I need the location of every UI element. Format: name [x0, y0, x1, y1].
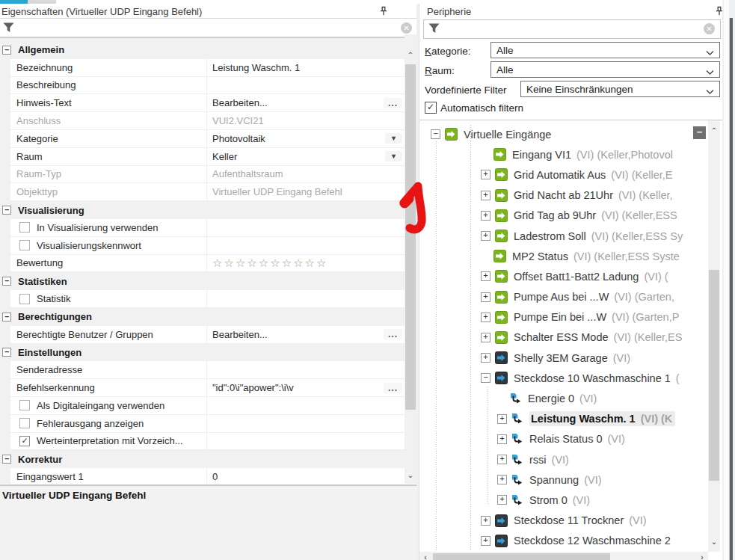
section-header[interactable]: −Korrektur [0, 450, 405, 468]
tree-item[interactable]: +Pumpe Aus bei ...W(VI) (Garten, [419, 287, 708, 307]
property-row[interactable]: Eingangswert 10 [10, 468, 405, 484]
checkbox[interactable] [19, 294, 30, 304]
property-row[interactable]: Fehlerausgang anzeigen [10, 415, 405, 433]
section-header[interactable]: −Berechtigungen [0, 308, 405, 326]
periphery-filter-bar[interactable]: ✕ [423, 19, 721, 39]
property-value[interactable]: 0 [207, 468, 405, 484]
tree-item[interactable]: Eingang VI1(VI) (Keller,Photovol [419, 144, 708, 164]
property-row[interactable]: RaumKeller▼ [10, 148, 405, 166]
tree-item[interactable]: +Grid Automatik Aus(VI) (Keller,E [419, 164, 708, 185]
property-row[interactable]: Raum-TypAufenthaltsraum [10, 166, 405, 184]
tree-item[interactable]: +Schalter ESS Mode(VI) (Keller,ES [419, 327, 708, 348]
collapse-all-button[interactable]: − [693, 126, 706, 139]
expander-icon[interactable]: − [431, 129, 440, 139]
property-value[interactable]: Aufenthaltsraum [207, 166, 405, 183]
expander-icon[interactable]: + [481, 170, 490, 179]
property-row[interactable]: Als Digitaleingang verwenden [10, 397, 405, 415]
tree-item[interactable]: +Relais Status 0(VI) [419, 429, 708, 449]
scroll-up-button[interactable]: ⌃ [405, 51, 416, 59]
property-value[interactable] [207, 397, 405, 414]
property-value[interactable]: Virtueller UDP Eingang Befehl [207, 183, 405, 200]
expander-icon[interactable]: + [497, 475, 507, 484]
scrollbar-thumb[interactable] [405, 64, 416, 410]
property-value[interactable] [207, 219, 405, 236]
tree-item[interactable]: MP2 Status(VI) (Keller,ESS Syste [419, 246, 708, 266]
tree-item[interactable]: −Virtuelle Eingänge [419, 124, 708, 144]
dropdown-button[interactable]: ▼ [385, 133, 402, 144]
expander-icon[interactable]: + [497, 455, 507, 464]
property-row[interactable]: Bewertung☆☆☆☆☆☆☆☆☆☆ [10, 255, 405, 273]
tree-item[interactable]: +Strom 0(VI) [419, 490, 708, 510]
property-row[interactable]: ObjekttypVirtueller UDP Eingang Befehl [10, 183, 405, 201]
property-row[interactable]: In Visualisierung verwenden [10, 219, 405, 237]
property-row[interactable]: Visualisierungskennwort [10, 237, 405, 255]
clear-filter-icon[interactable]: ✕ [401, 22, 412, 34]
collapse-icon[interactable]: − [2, 455, 11, 464]
tree-item[interactable]: +Offset Batt1-Batt2 Ladung(VI) ( [419, 266, 708, 286]
tree-item[interactable]: +Steckdose 11 Trockner(VI) [419, 511, 708, 531]
ellipsis-button[interactable]: ... [384, 383, 402, 393]
ellipsis-button[interactable]: ... [384, 98, 402, 108]
expander-icon[interactable]: + [481, 231, 490, 241]
expander-icon[interactable]: + [481, 353, 490, 363]
collapse-icon[interactable]: − [2, 46, 11, 55]
property-value[interactable]: VUI2.VCI21 [207, 112, 405, 129]
tree-item[interactable]: −Steckdose 10 Waschmaschine 1( [419, 368, 708, 388]
expander-icon[interactable]: + [481, 191, 490, 200]
expander-icon[interactable]: + [481, 313, 490, 322]
tree-horizontal-scrollbar[interactable]: ‹ › [419, 552, 708, 560]
tree-item[interactable]: +Grid Tag ab 9Uhr(VI) (Keller,ESS [419, 206, 708, 226]
property-row[interactable]: Statistik [10, 290, 405, 308]
scrollbar-thumb[interactable] [709, 270, 719, 481]
expander-icon[interactable]: + [481, 292, 490, 302]
collapse-icon[interactable]: − [2, 313, 11, 321]
rating-stars[interactable]: ☆☆☆☆☆☆☆☆☆☆ [212, 257, 327, 268]
tree-item[interactable]: +Pumpe Ein bei ...W(VI) (Garten,P [419, 307, 708, 327]
property-row[interactable]: Beschreibung [10, 77, 405, 95]
properties-filter-bar[interactable]: ✕ [0, 19, 416, 38]
tree-item[interactable]: +rssi(VI) [419, 449, 708, 470]
tree-item[interactable]: +Leistung Waschm. 1(VI) (K [419, 409, 708, 429]
collapse-icon[interactable]: − [2, 277, 11, 286]
section-header[interactable]: −Visualisierung [0, 201, 405, 219]
checkbox[interactable] [19, 400, 30, 410]
expander-icon[interactable]: + [497, 434, 507, 444]
expander-icon[interactable]: + [497, 495, 507, 505]
expander-icon[interactable]: + [497, 414, 507, 424]
property-value[interactable] [207, 415, 405, 432]
dropdown-button[interactable]: ▼ [385, 151, 402, 161]
property-value[interactable] [207, 290, 405, 307]
property-row[interactable]: BezeichnungLeistung Waschm. 1 [10, 59, 405, 77]
checkbox[interactable] [19, 240, 30, 250]
raum-filter-select[interactable]: Alle [490, 61, 720, 78]
property-value[interactable] [207, 237, 405, 254]
property-value[interactable]: "id":0\i"apower":\i\v [207, 379, 405, 396]
expander-icon[interactable]: + [481, 333, 490, 342]
collapse-icon[interactable]: − [2, 348, 11, 357]
property-value[interactable]: Photovoltaik [207, 130, 405, 147]
expander-icon[interactable]: + [481, 536, 490, 546]
section-header[interactable]: −Statistiken [0, 272, 405, 290]
section-header[interactable]: −Einstellungen [0, 344, 405, 362]
property-row[interactable]: Hinweis-TextBearbeiten...... [10, 94, 405, 112]
properties-scrollbar[interactable]: ⌃ ⌄ [405, 34, 416, 484]
expander-icon[interactable]: + [481, 271, 490, 281]
expander-icon[interactable]: + [481, 516, 490, 526]
property-value[interactable]: Keller [207, 148, 405, 165]
tree-item[interactable]: +Steckdose 12 Waschmaschine 2 [419, 531, 708, 551]
kategorie-filter-select[interactable]: Alle [490, 42, 720, 58]
property-value[interactable]: Bearbeiten... [207, 94, 405, 111]
section-header[interactable]: −Allgemein [0, 41, 405, 59]
scroll-right-button[interactable]: › [698, 553, 707, 560]
property-value[interactable] [207, 77, 405, 94]
property-row[interactable]: Berechtigte Benutzer / GruppenBearbeiten… [10, 326, 405, 344]
tree-item[interactable]: Energie 0(VI) [419, 388, 708, 408]
scroll-left-button[interactable]: ‹ [421, 553, 430, 560]
property-row[interactable]: Befehlserkennung"id":0\i"apower":\i\v... [10, 379, 405, 397]
property-value[interactable]: Leistung Waschm. 1 [207, 59, 405, 76]
tree-vertical-scrollbar[interactable]: ⌃ ⌄ [708, 120, 720, 552]
property-row[interactable]: AnschlussVUI2.VCI21 [10, 112, 405, 130]
property-row[interactable]: ✓Werteinterpretation mit Vorzeich... [10, 433, 405, 451]
ellipsis-button[interactable]: ... [384, 329, 402, 339]
tree-item[interactable]: +Grid Nacht ab 21Uhr(VI) (Keller, [419, 185, 708, 206]
